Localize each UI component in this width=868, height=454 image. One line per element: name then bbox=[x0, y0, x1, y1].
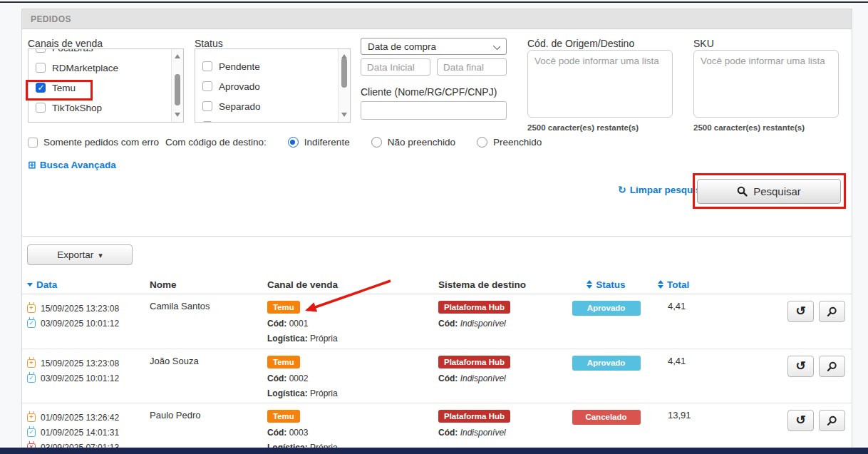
status-option-separado[interactable]: Separado bbox=[195, 96, 338, 116]
radio-preenchido-label: Preenchido bbox=[493, 137, 542, 148]
scroll-down-icon[interactable] bbox=[172, 109, 183, 120]
cod-value: Indisponível bbox=[460, 319, 506, 329]
cod-value: Indisponível bbox=[460, 428, 506, 438]
sku-textarea[interactable] bbox=[693, 50, 839, 118]
orders-table: Data Nome Canal de venda Sistema de dest… bbox=[22, 275, 852, 454]
details-button[interactable] bbox=[819, 410, 845, 431]
purchase-date-select[interactable]: Data de compra bbox=[361, 38, 507, 55]
cod-label: Cód: bbox=[438, 319, 458, 329]
history-icon: ↺ bbox=[795, 360, 805, 372]
busca-avancada-link[interactable]: ⊞ Busca Avançada bbox=[28, 159, 116, 170]
checkbox-unchecked-icon[interactable] bbox=[202, 81, 212, 91]
details-button[interactable] bbox=[819, 301, 845, 322]
status-scrollbar[interactable] bbox=[338, 49, 350, 122]
checkbox-unchecked-icon[interactable] bbox=[36, 48, 46, 53]
exportar-label: Exportar bbox=[57, 249, 93, 260]
canais-venda-listbox[interactable]: FocaBras RDMarketplace Temu TikTokShop bbox=[28, 48, 184, 123]
cod-origem-destino-textarea[interactable] bbox=[527, 50, 673, 118]
sku-char-counter: 2500 caracter(es) restante(s) bbox=[693, 123, 805, 132]
pesquisar-label: Pesquisar bbox=[753, 185, 801, 197]
checkbox-unchecked-icon[interactable] bbox=[36, 103, 46, 113]
canais-option-focabras[interactable]: FocaBras bbox=[29, 48, 171, 58]
option-label: Enviado bbox=[219, 121, 254, 123]
date-value: 01/09/2025 14:01:31 bbox=[41, 428, 119, 438]
cod-value: 0003 bbox=[289, 428, 309, 438]
canais-option-rdmarketplace[interactable]: RDMarketplace bbox=[29, 58, 171, 78]
destination-badge: Plataforma Hub bbox=[438, 356, 510, 368]
column-header-status[interactable]: Status bbox=[554, 279, 658, 290]
option-label: Separado bbox=[219, 101, 261, 112]
logistica-value: Própria bbox=[310, 388, 338, 398]
cod-value: 0002 bbox=[289, 373, 309, 383]
checkbox-unchecked-icon[interactable] bbox=[36, 63, 46, 73]
purchase-calendar-icon: + bbox=[27, 413, 36, 422]
status-option-aprovado[interactable]: Aprovado bbox=[195, 76, 338, 96]
channel-badge: Temu bbox=[267, 410, 300, 423]
canais-option-tiktokshop[interactable]: TikTokShop bbox=[29, 98, 171, 118]
column-header-data[interactable]: Data bbox=[27, 279, 150, 290]
checkbox-unchecked-icon[interactable] bbox=[202, 61, 212, 71]
scroll-thumb[interactable] bbox=[341, 58, 347, 88]
cod-char-counter: 2500 caracter(es) restante(s) bbox=[527, 123, 639, 132]
scroll-down-icon[interactable] bbox=[339, 109, 350, 120]
status-badge: Cancelado bbox=[572, 410, 641, 425]
status-option-enviado[interactable]: Enviado bbox=[195, 116, 338, 123]
purchase-date-select-value: Data de compra bbox=[368, 41, 436, 52]
channel-badge: Temu bbox=[267, 301, 300, 314]
exportar-button[interactable]: Exportar ▾ bbox=[27, 244, 133, 265]
limpar-pesquisa-link[interactable]: ↻ Limpar pesquisa bbox=[618, 184, 706, 195]
canais-scrollbar[interactable] bbox=[171, 49, 183, 122]
sort-desc-icon bbox=[27, 283, 33, 287]
date-value: 01/09/2025 13:26:42 bbox=[41, 413, 119, 423]
details-button[interactable] bbox=[819, 356, 845, 377]
magnifier-icon bbox=[827, 416, 837, 426]
radio-preenchido[interactable] bbox=[477, 137, 487, 148]
approved-calendar-icon: ✓ bbox=[27, 374, 36, 383]
checkbox-unchecked-icon[interactable] bbox=[202, 121, 212, 123]
cliente-label: Cliente (Nome/RG/CPF/CNPJ) bbox=[361, 86, 497, 98]
logistica-label: Logística: bbox=[267, 388, 308, 398]
logistica-label: Logística: bbox=[267, 334, 308, 344]
panel-title: PEDIDOS bbox=[31, 14, 71, 24]
history-button[interactable]: ↺ bbox=[787, 301, 814, 322]
customer-name: João Souza bbox=[150, 349, 267, 403]
channel-cell: Temu Cód: 0001 Logística: Própria bbox=[267, 294, 438, 349]
radio-nao-preenchido[interactable] bbox=[371, 137, 382, 148]
date-start-input[interactable] bbox=[361, 58, 430, 76]
sort-both-icon bbox=[658, 280, 663, 289]
search-icon bbox=[737, 186, 748, 197]
orders-panel: PEDIDOS Canais de venda FocaBras RDMarke… bbox=[21, 9, 852, 454]
limpar-pesquisa-label: Limpar pesquisa bbox=[630, 185, 706, 195]
cod-label: Cód: bbox=[267, 373, 286, 383]
status-listbox[interactable]: Pendente Aprovado Separado Enviado bbox=[195, 48, 351, 123]
sort-both-icon bbox=[587, 280, 592, 289]
cliente-input[interactable] bbox=[361, 101, 507, 120]
somente-erro-checkbox[interactable] bbox=[28, 138, 38, 148]
channel-cell: Temu Cód: 0002 Logística: Própria bbox=[267, 349, 438, 403]
radio-indiferente-label: Indiferente bbox=[304, 137, 350, 148]
order-dates: +01/09/2025 13:26:42 ✓01/09/2025 14:01:3… bbox=[27, 403, 150, 454]
approved-calendar-icon: ✓ bbox=[27, 319, 36, 328]
column-header-total[interactable]: Total bbox=[658, 279, 725, 290]
date-end-input[interactable] bbox=[437, 58, 507, 76]
status-option-pendente[interactable]: Pendente bbox=[195, 56, 338, 76]
pesquisar-button[interactable]: Pesquisar bbox=[697, 179, 841, 204]
history-button[interactable]: ↺ bbox=[787, 356, 814, 377]
expand-plus-icon: ⊞ bbox=[28, 159, 36, 170]
history-button[interactable]: ↺ bbox=[787, 410, 814, 431]
sku-label: SKU bbox=[693, 38, 714, 49]
destination-badge: Plataforma Hub bbox=[438, 410, 510, 423]
cod-label: Cód: bbox=[438, 428, 458, 438]
customer-name: Camila Santos bbox=[150, 294, 267, 349]
filter-panel: Canais de venda FocaBras RDMarketplace T… bbox=[22, 29, 852, 236]
column-header-canal: Canal de venda bbox=[267, 279, 438, 290]
history-icon: ↺ bbox=[795, 305, 805, 317]
checkbox-checked-icon[interactable] bbox=[36, 83, 46, 93]
destination-cell: Plataforma Hub Cód: Indisponível bbox=[438, 349, 554, 403]
purchase-calendar-icon: + bbox=[27, 304, 36, 313]
canais-option-temu[interactable]: Temu bbox=[29, 78, 171, 98]
scroll-up-icon[interactable] bbox=[172, 51, 183, 62]
checkbox-unchecked-icon[interactable] bbox=[202, 101, 212, 111]
scroll-thumb[interactable] bbox=[175, 74, 180, 105]
radio-indiferente[interactable] bbox=[288, 137, 299, 148]
